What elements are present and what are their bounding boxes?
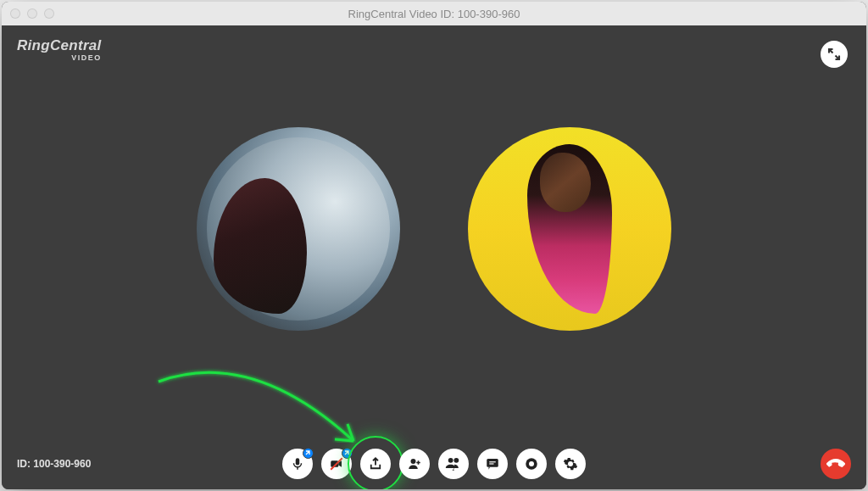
control-bar: 2 [282,449,586,479]
mute-button[interactable] [282,449,313,479]
minimize-window-button[interactable] [27,8,37,19]
participant-avatar-2[interactable] [468,127,671,331]
svg-point-5 [453,458,459,463]
video-off-icon [329,456,344,471]
gear-icon [563,456,578,471]
mute-badge-icon [303,448,314,459]
app-window: RingCentral Video ID: 100-390-960 RingCe… [2,2,866,489]
bottom-bar: ID: 100-390-960 [2,438,866,489]
expand-icon [826,47,842,62]
svg-point-11 [529,461,534,466]
meeting-id-label: ID: 100-390-960 [17,458,91,470]
participant-avatar-1[interactable] [197,127,400,331]
svg-rect-7 [487,459,498,467]
record-button[interactable] [516,449,547,479]
participants-button[interactable]: 2 [438,449,469,479]
invite-button[interactable] [399,449,430,479]
app-body: RingCentral VIDEO ID: 100-390-960 [2,25,866,489]
brand-logo: RingCentral VIDEO [17,37,102,62]
video-grid [2,127,866,331]
hangup-icon [826,455,845,473]
svg-rect-0 [296,458,300,465]
svg-point-3 [411,459,416,464]
participants-icon: 2 [445,456,462,471]
close-window-button[interactable] [10,8,20,19]
brand-sub: VIDEO [17,53,102,62]
maximize-window-button[interactable] [44,8,54,19]
svg-point-12 [569,462,572,466]
brand-name: RingCentral [17,37,102,53]
svg-text:2: 2 [453,466,455,471]
add-participant-icon [407,456,422,471]
fullscreen-button[interactable] [821,41,848,68]
settings-button[interactable] [555,449,586,479]
hangup-button[interactable] [821,449,851,479]
svg-point-4 [448,458,453,463]
chat-icon [485,456,500,471]
share-icon [368,456,383,471]
record-icon [524,456,539,471]
chat-button[interactable] [477,449,508,479]
titlebar: RingCentral Video ID: 100-390-960 [2,2,866,25]
microphone-icon [290,456,305,471]
share-button[interactable] [360,449,391,479]
window-title: RingCentral Video ID: 100-390-960 [2,8,866,20]
traffic-lights [10,8,54,19]
